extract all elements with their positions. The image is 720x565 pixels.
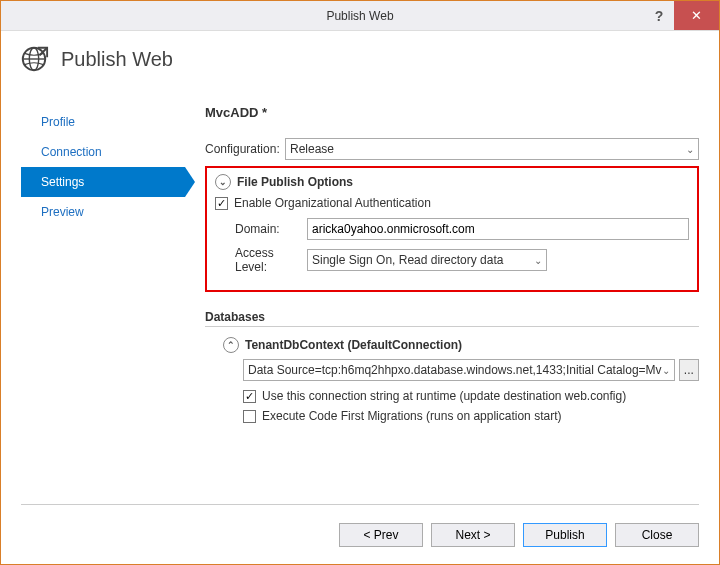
help-button[interactable]: ? [644, 1, 674, 30]
divider [205, 326, 699, 327]
sidebar-item-label: Preview [41, 205, 84, 219]
sidebar-item-label: Settings [41, 175, 84, 189]
sidebar-item-settings[interactable]: Settings [21, 167, 185, 197]
use-connection-string-checkbox[interactable] [243, 390, 256, 403]
file-publish-options-title: File Publish Options [237, 175, 353, 189]
sidebar-item-connection[interactable]: Connection [21, 137, 185, 167]
domain-label: Domain: [235, 222, 307, 236]
file-publish-options-header[interactable]: ⌄ File Publish Options [215, 174, 689, 190]
publish-button[interactable]: Publish [523, 523, 607, 547]
file-publish-options-highlight: ⌄ File Publish Options Enable Organizati… [205, 166, 699, 292]
sidebar-item-label: Connection [41, 145, 102, 159]
prev-button-label: < Prev [363, 528, 398, 542]
dialog-footer: < Prev Next > Publish Close [21, 504, 699, 564]
db-context-header[interactable]: ⌃ TenantDbContext (DefaultConnection) [223, 337, 699, 353]
execute-code-first-label: Execute Code First Migrations (runs on a… [262, 409, 561, 423]
dialog-header: Publish Web [1, 31, 719, 87]
expand-collapse-icon[interactable]: ⌄ [215, 174, 231, 190]
access-level-label: Access Level: [235, 246, 307, 274]
prev-button[interactable]: < Prev [339, 523, 423, 547]
sidebar-item-preview[interactable]: Preview [21, 197, 185, 227]
expand-collapse-icon[interactable]: ⌃ [223, 337, 239, 353]
chevron-down-icon: ⌄ [686, 144, 694, 155]
access-level-value: Single Sign On, Read directory data [312, 253, 503, 267]
domain-input[interactable] [307, 218, 689, 240]
configuration-value: Release [290, 142, 334, 156]
sidebar-item-profile[interactable]: Profile [21, 107, 185, 137]
connection-string-value: Data Source=tcp:h6mq2hhpxo.database.wind… [248, 363, 662, 377]
wizard-steps-sidebar: Profile Connection Settings Preview [21, 99, 185, 504]
close-button[interactable]: Close [615, 523, 699, 547]
access-level-dropdown[interactable]: Single Sign On, Read directory data ⌄ [307, 249, 547, 271]
close-button-label: Close [642, 528, 673, 542]
dialog-title: Publish Web [61, 48, 173, 71]
use-connection-string-label: Use this connection string at runtime (u… [262, 389, 626, 403]
titlebar: Publish Web ? ✕ [1, 1, 719, 31]
db-context-title: TenantDbContext (DefaultConnection) [245, 338, 462, 352]
connection-string-ellipsis-button[interactable]: ... [679, 359, 699, 381]
enable-org-auth-label: Enable Organizational Authentication [234, 196, 431, 210]
settings-panel: MvcADD * Configuration: Release ⌄ ⌄ File… [185, 99, 699, 504]
databases-section-title: Databases [205, 310, 699, 324]
configuration-dropdown[interactable]: Release ⌄ [285, 138, 699, 160]
publish-web-dialog: Publish Web ? ✕ Publish Web Profile Conn… [0, 0, 720, 565]
chevron-down-icon: ⌄ [662, 365, 670, 376]
enable-org-auth-checkbox[interactable] [215, 197, 228, 210]
next-button[interactable]: Next > [431, 523, 515, 547]
chevron-down-icon: ⌄ [534, 255, 542, 266]
globe-arrow-icon [19, 44, 49, 74]
project-name: MvcADD * [205, 105, 699, 120]
next-button-label: Next > [455, 528, 490, 542]
close-window-button[interactable]: ✕ [674, 1, 719, 30]
publish-button-label: Publish [545, 528, 584, 542]
window-title: Publish Web [1, 9, 719, 23]
execute-code-first-checkbox[interactable] [243, 410, 256, 423]
connection-string-dropdown[interactable]: Data Source=tcp:h6mq2hhpxo.database.wind… [243, 359, 675, 381]
configuration-label: Configuration: [205, 142, 285, 156]
sidebar-item-label: Profile [41, 115, 75, 129]
